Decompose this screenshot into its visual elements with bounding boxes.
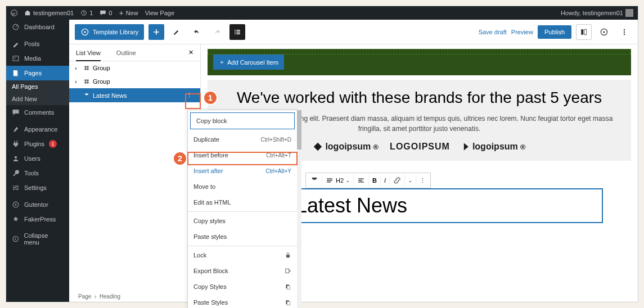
tree-item-latest-news[interactable]: Latest News⋮ (69, 88, 200, 102)
svg-rect-33 (85, 69, 87, 70)
updates-link[interactable]: 1 (80, 10, 93, 16)
sidebar-item-label: Plugins (24, 141, 44, 147)
tree-item-group[interactable]: ›Group (69, 61, 200, 75)
svg-rect-8 (13, 187, 19, 188)
svg-point-17 (84, 31, 85, 33)
howdy-user[interactable]: Howdy, testingemen01 (561, 9, 633, 17)
sidebar-subitem-addnew[interactable]: Add New (6, 93, 69, 105)
sidebar-item-label: Comments (24, 109, 54, 116)
menu-copy-styles[interactable]: Copy styles (188, 213, 297, 229)
editor-toolbar: Template Library Save draft Preview Publ… (69, 20, 638, 44)
sidebar-item-settings[interactable]: Settings (6, 180, 69, 195)
heading-block[interactable]: Latest News (288, 188, 603, 223)
context-menu-scrollbar[interactable] (297, 110, 301, 308)
export-icon (285, 268, 291, 274)
menu-copy-styles-2[interactable]: Copy Styles (188, 279, 297, 295)
block-type-button[interactable] (307, 174, 322, 187)
svg-rect-7 (13, 186, 19, 187)
svg-point-12 (15, 189, 16, 190)
menu-lock[interactable]: Lock (188, 247, 297, 263)
logo-item: LOGOIPSUM (390, 142, 450, 152)
tree-item-group[interactable]: ›Group (69, 75, 200, 88)
paste-icon (285, 299, 291, 306)
svg-point-11 (16, 187, 17, 188)
menu-move-to[interactable]: Move to (188, 179, 297, 194)
comments-link[interactable]: 0 (100, 10, 112, 16)
svg-point-10 (14, 185, 15, 187)
more-rich-text-button[interactable]: ⌄ (405, 176, 416, 185)
sidebar-item-posts[interactable]: Posts (6, 37, 69, 51)
sidebar-item-dashboard[interactable]: Dashboard (6, 20, 69, 34)
menu-paste-styles-2[interactable]: Paste Styles (188, 295, 297, 308)
svg-rect-38 (87, 82, 89, 84)
svg-rect-44 (358, 182, 364, 182)
link-button[interactable] (390, 174, 405, 187)
add-carousel-item-button[interactable]: ＋ Add Carousel Item (213, 55, 284, 70)
svg-rect-21 (237, 31, 240, 33)
svg-point-14 (15, 204, 17, 206)
publish-button[interactable]: Publish (538, 25, 571, 39)
settings-panel-button[interactable] (576, 24, 592, 40)
sidebar-item-plugins[interactable]: Plugins1 (6, 137, 69, 151)
svg-rect-18 (235, 30, 236, 31)
block-more-button[interactable]: ⋮ (416, 175, 429, 187)
view-page-link[interactable]: View Page (145, 10, 174, 16)
annotation-1: 1 (203, 90, 218, 105)
heading-level-button[interactable]: H2 ⌄ (322, 174, 354, 187)
menu-paste-styles[interactable]: Paste styles (188, 229, 297, 244)
site-name[interactable]: testingemen01 (24, 10, 74, 16)
menu-export-block[interactable]: Export Block (188, 263, 297, 279)
sidebar-item-label: Posts (24, 40, 40, 47)
svg-point-3 (15, 57, 16, 58)
gutentor-icon[interactable] (596, 24, 612, 40)
redo-button[interactable] (209, 24, 225, 40)
menu-insert-after[interactable]: Insert afterCtrl+Alt+Y (188, 163, 297, 179)
annotation-box-1 (185, 93, 201, 109)
svg-rect-46 (286, 269, 289, 273)
close-panel-button[interactable]: ✕ (188, 49, 193, 56)
italic-button[interactable]: I (381, 175, 390, 186)
preview-button[interactable]: Preview (511, 29, 533, 35)
bold-button[interactable]: B (369, 175, 381, 186)
annotation-2: 2 (173, 151, 187, 166)
template-library-button[interactable]: Template Library (75, 24, 144, 40)
svg-rect-32 (87, 66, 89, 68)
sidebar-item-label: Tools (24, 170, 39, 176)
sidebar-collapse[interactable]: Collapse menu (6, 229, 69, 249)
svg-rect-35 (85, 80, 87, 81)
menu-duplicate[interactable]: DuplicateCtrl+Shift+D (188, 132, 297, 147)
svg-rect-31 (85, 66, 87, 68)
undo-button[interactable] (189, 24, 205, 40)
sidebar-item-tools[interactable]: Tools (6, 166, 69, 180)
sidebar-item-fakerpress[interactable]: FakerPress (6, 212, 69, 227)
sidebar-item-label: Users (24, 155, 40, 162)
sidebar-item-label: Settings (24, 184, 47, 191)
svg-point-28 (624, 29, 625, 30)
sidebar-subitem-allpages[interactable]: All Pages (6, 80, 69, 93)
sidebar-item-media[interactable]: Media (6, 51, 69, 66)
sidebar-item-users[interactable]: Users (6, 151, 69, 166)
svg-point-15 (13, 236, 18, 241)
sidebar-item-appearance[interactable]: Appearance (6, 122, 69, 137)
sidebar-item-comments[interactable]: Comments (6, 105, 69, 120)
admin-bar: testingemen01 1 0 +New View Page Howdy, … (6, 6, 638, 20)
wp-logo[interactable] (11, 10, 17, 16)
sidebar-item-pages[interactable]: Pages (6, 66, 69, 80)
svg-rect-36 (87, 80, 89, 81)
svg-rect-45 (286, 255, 290, 257)
edit-tool-button[interactable] (169, 24, 184, 40)
menu-edit-html[interactable]: Edit as HTML (188, 194, 297, 210)
add-block-button[interactable] (148, 24, 164, 40)
tab-list-view[interactable]: List View (76, 49, 101, 56)
save-draft-button[interactable]: Save draft (479, 29, 507, 35)
menu-copy-block[interactable]: Copy block (190, 112, 295, 129)
svg-rect-34 (87, 69, 89, 70)
more-options-button[interactable] (616, 24, 632, 40)
sidebar-item-gutentor[interactable]: Gutentor (6, 197, 69, 212)
new-link[interactable]: +New (119, 8, 138, 17)
tab-outline[interactable]: Outline (116, 49, 136, 56)
list-view-toggle[interactable] (229, 24, 245, 40)
annotation-box-2 (187, 152, 298, 165)
align-button[interactable] (354, 174, 369, 187)
admin-sidebar: Dashboard Posts Media Pages All Pages Ad… (6, 20, 69, 302)
